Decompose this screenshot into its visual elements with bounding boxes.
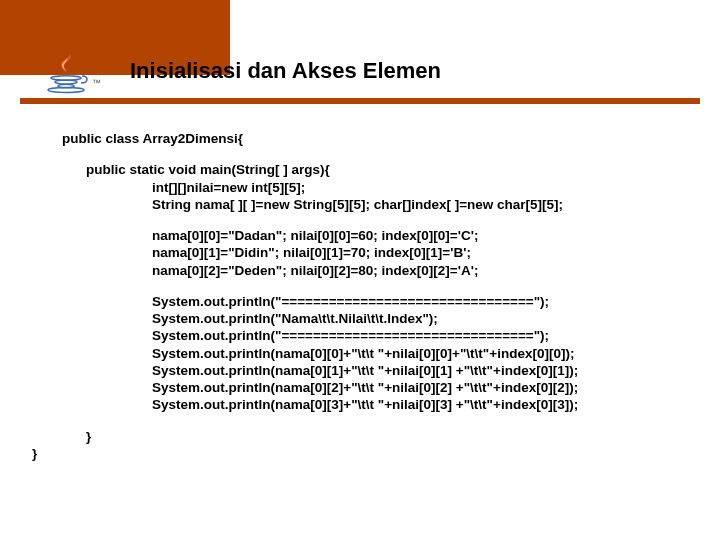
svg-text:™: ™ — [92, 78, 101, 88]
code-line: nama[0][1]="Didin"; nilai[0][1]=70; inde… — [62, 244, 702, 261]
code-line: System.out.println("Nama\t\t.Nilai\t\t.I… — [62, 310, 702, 327]
code-line: public static void main(String[ ] args){ — [62, 161, 702, 178]
slide: ™ Inisialisasi dan Akses Elemen public c… — [0, 0, 720, 540]
code-line: System.out.println(nama[0][1]+"\t\t "+ni… — [62, 362, 702, 379]
code-line: System.out.println(nama[0][2]+"\t\t "+ni… — [62, 379, 702, 396]
code-block: public class Array2Dimensi{ public stati… — [62, 130, 702, 462]
svg-point-3 — [48, 88, 84, 93]
code-line: int[][]nilai=new int[5][5]; — [62, 179, 702, 196]
java-logo-icon: ™ — [32, 52, 112, 94]
code-line: nama[0][2]="Deden"; nilai[0][2]=80; inde… — [62, 262, 702, 279]
code-line: } — [32, 445, 702, 462]
code-line: nama[0][0]="Dadan"; nilai[0][0]=60; inde… — [62, 227, 702, 244]
code-line: System.out.println(nama[0][3]+"\t\t "+ni… — [62, 396, 702, 413]
title-underline — [20, 98, 700, 104]
code-line: String nama[ ][ ]=new String[5][5]; char… — [62, 196, 702, 213]
code-line: System.out.println("====================… — [62, 327, 702, 344]
slide-title: Inisialisasi dan Akses Elemen — [130, 58, 441, 84]
code-line: System.out.println(nama[0][0]+"\t\t "+ni… — [62, 345, 702, 362]
code-line: } — [62, 428, 702, 445]
code-line: System.out.println("====================… — [62, 293, 702, 310]
code-line: public class Array2Dimensi{ — [62, 130, 702, 147]
